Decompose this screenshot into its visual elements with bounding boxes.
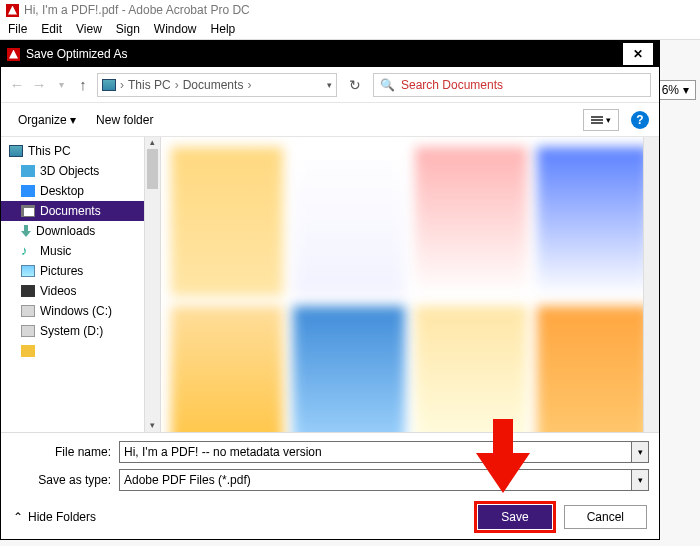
chevron-down-icon[interactable]: ▾ <box>327 80 332 90</box>
chevron-down-icon: ▾ <box>683 83 689 97</box>
help-button[interactable]: ? <box>631 111 649 129</box>
music-icon: ♪ <box>21 245 35 257</box>
menu-file[interactable]: File <box>8 22 27 37</box>
save-type-combo[interactable]: Adobe PDF Files (*.pdf) ▾ <box>119 469 649 491</box>
save-type-label: Save as type: <box>11 473 111 487</box>
breadcrumb[interactable]: › This PC › Documents › ▾ <box>97 73 337 97</box>
dialog-titlebar: Save Optimized As ✕ <box>1 41 659 67</box>
pc-icon <box>102 79 116 91</box>
toolbar: Organize ▾ New folder ▾ ? <box>1 103 659 137</box>
pc-icon <box>9 145 23 157</box>
file-name-input[interactable] <box>119 441 631 463</box>
tree-documents[interactable]: Documents <box>1 201 160 221</box>
tree-pictures[interactable]: Pictures <box>1 261 160 281</box>
app-title-text: Hi, I'm a PDF!.pdf - Adobe Acrobat Pro D… <box>24 3 250 17</box>
menu-sign[interactable]: Sign <box>116 22 140 37</box>
tree-libraries[interactable] <box>1 341 160 361</box>
chevron-right-icon: › <box>175 78 179 92</box>
tree-3d-objects[interactable]: 3D Objects <box>1 161 160 181</box>
app-titlebar: Hi, I'm a PDF!.pdf - Adobe Acrobat Pro D… <box>0 0 700 20</box>
file-list[interactable] <box>161 137 659 432</box>
videos-icon <box>21 285 35 297</box>
close-icon: ✕ <box>633 47 643 61</box>
documents-icon <box>21 205 35 217</box>
downloads-icon <box>21 225 31 237</box>
cancel-button[interactable]: Cancel <box>564 505 647 529</box>
chevron-right-icon: › <box>120 78 124 92</box>
scroll-up-icon[interactable]: ▴ <box>145 137 160 149</box>
menu-help[interactable]: Help <box>211 22 236 37</box>
file-name-dropdown[interactable]: ▾ <box>631 441 649 463</box>
back-button[interactable]: ← <box>9 76 25 93</box>
location-bar: ← → ▾ ↑ › This PC › Documents › ▾ ↻ 🔍 Se… <box>1 67 659 103</box>
drive-icon <box>21 325 35 337</box>
view-mode-dropdown[interactable]: ▾ <box>583 109 619 131</box>
objects-3d-icon <box>21 165 35 177</box>
drive-icon <box>21 305 35 317</box>
hide-folders-toggle[interactable]: ⌃ Hide Folders <box>13 510 96 524</box>
workspace: 6% ▾ Save Optimized As ✕ ← → ▾ ↑ › This … <box>0 40 700 546</box>
menu-view[interactable]: View <box>76 22 102 37</box>
tree-videos[interactable]: Videos <box>1 281 160 301</box>
recent-dropdown[interactable]: ▾ <box>53 79 69 90</box>
tree-drive-d[interactable]: System (D:) <box>1 321 160 341</box>
thumbnails-blurred <box>161 137 659 432</box>
menu-bar: File Edit View Sign Window Help <box>0 20 700 40</box>
save-type-dropdown[interactable]: ▾ <box>631 469 649 491</box>
chevron-down-icon: ▾ <box>606 115 611 125</box>
annotation-highlight: Save <box>474 501 555 533</box>
save-button[interactable]: Save <box>478 505 551 529</box>
breadcrumb-folder[interactable]: Documents <box>183 78 244 92</box>
tree-this-pc[interactable]: This PC <box>1 141 160 161</box>
scroll-thumb[interactable] <box>147 149 158 189</box>
tree-downloads[interactable]: Downloads <box>1 221 160 241</box>
acrobat-icon <box>7 48 20 61</box>
tree-drive-c[interactable]: Windows (C:) <box>1 301 160 321</box>
desktop-icon <box>21 185 35 197</box>
tree-music[interactable]: ♪Music <box>1 241 160 261</box>
tree-desktop[interactable]: Desktop <box>1 181 160 201</box>
folder-tree: This PC 3D Objects Desktop Documents Dow… <box>1 137 161 432</box>
new-folder-button[interactable]: New folder <box>89 110 160 130</box>
dialog-footer: ⌃ Hide Folders Save Cancel <box>1 495 659 539</box>
save-type-value: Adobe PDF Files (*.pdf) <box>119 469 631 491</box>
tree-scrollbar[interactable]: ▴ ▾ <box>144 137 160 432</box>
save-optimized-dialog: Save Optimized As ✕ ← → ▾ ↑ › This PC › … <box>0 40 660 540</box>
refresh-button[interactable]: ↻ <box>343 77 367 93</box>
file-name-combo: ▾ <box>119 441 649 463</box>
dialog-title: Save Optimized As <box>26 47 127 61</box>
search-placeholder: Search Documents <box>401 78 503 92</box>
content-scrollbar[interactable] <box>643 137 659 432</box>
acrobat-icon <box>6 4 19 17</box>
dialog-body: This PC 3D Objects Desktop Documents Dow… <box>1 137 659 432</box>
file-name-label: File name: <box>11 445 111 459</box>
chevron-right-icon: › <box>247 78 251 92</box>
search-box[interactable]: 🔍 Search Documents <box>373 73 651 97</box>
list-view-icon <box>591 116 603 118</box>
chevron-up-icon: ⌃ <box>13 510 23 524</box>
zoom-value: 6% <box>662 83 679 97</box>
pictures-icon <box>21 265 35 277</box>
organize-button[interactable]: Organize ▾ <box>11 110 83 130</box>
zoom-dropdown[interactable]: 6% ▾ <box>655 80 696 100</box>
close-button[interactable]: ✕ <box>623 43 653 65</box>
save-fields: File name: ▾ Save as type: Adobe PDF Fil… <box>1 432 659 495</box>
menu-edit[interactable]: Edit <box>41 22 62 37</box>
libraries-icon <box>21 345 35 357</box>
up-button[interactable]: ↑ <box>75 76 91 93</box>
menu-window[interactable]: Window <box>154 22 197 37</box>
search-icon: 🔍 <box>380 78 395 92</box>
scroll-down-icon[interactable]: ▾ <box>145 420 160 432</box>
forward-button[interactable]: → <box>31 76 47 93</box>
chevron-down-icon: ▾ <box>70 113 76 127</box>
breadcrumb-root[interactable]: This PC <box>128 78 171 92</box>
